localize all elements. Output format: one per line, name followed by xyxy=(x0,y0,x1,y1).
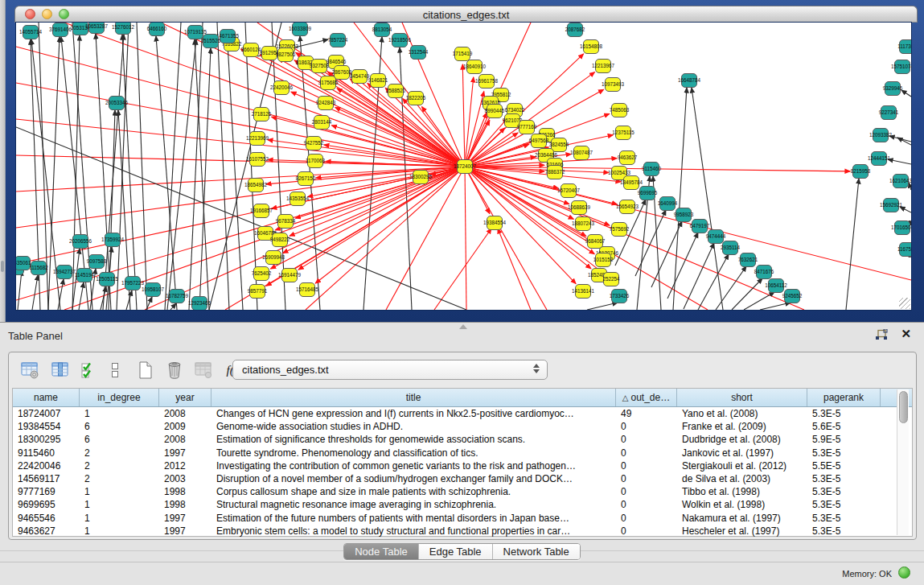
show-column-button[interactable] xyxy=(49,359,72,381)
graph-node[interactable]: 9427552 xyxy=(304,137,324,150)
graph-node[interactable]: 18640910 xyxy=(463,60,487,74)
table-row[interactable]: 1938455462009Genome-wide association stu… xyxy=(13,420,912,433)
graph-node[interactable]: 15654923 xyxy=(616,200,639,214)
graph-node[interactable]: 8454749 xyxy=(350,70,370,84)
graph-node[interactable]: 10973493 xyxy=(602,78,625,92)
graph-node[interactable]: 9678334 xyxy=(276,215,296,229)
graph-node[interactable]: 12923465 xyxy=(188,297,211,311)
graph-node[interactable]: 9245652 xyxy=(782,290,803,303)
graph-node[interactable]: 12093382 xyxy=(869,129,893,142)
select-all-button[interactable] xyxy=(78,359,101,381)
graph-node[interactable]: 20206556 xyxy=(69,235,92,249)
graph-node[interactable]: 1640994 xyxy=(658,197,678,211)
graph-node[interactable]: 9684067 xyxy=(585,235,606,249)
table-row[interactable]: 1830029562008Estimation of significance … xyxy=(13,433,912,446)
scrollbar-thumb[interactable] xyxy=(899,391,908,423)
graph-node[interactable]: 2718126 xyxy=(252,108,272,122)
graph-node[interactable]: 12505115 xyxy=(96,273,118,286)
table-row[interactable]: 946362711997Embryonic stem cells: a mode… xyxy=(13,525,912,538)
graph-node[interactable]: 15716485 xyxy=(296,283,319,297)
table-row[interactable]: 1456911722003Disruption of a novel membe… xyxy=(13,472,912,485)
graph-node[interactable]: 6466160 xyxy=(147,23,167,36)
graph-node[interactable]: 8660124 xyxy=(241,43,261,57)
graph-node[interactable]: 1822205 xyxy=(406,92,426,105)
tab-network-table[interactable]: Network Table xyxy=(493,544,580,559)
graph-node[interactable]: 2087682 xyxy=(565,23,585,37)
network-svg[interactable]: 1872400771638228660124891295415226053982… xyxy=(16,23,911,310)
column-header-year[interactable]: year xyxy=(159,389,211,406)
column-header-in_degree[interactable]: in_degree xyxy=(80,389,159,406)
column-header-out_de[interactable]: △out_de… xyxy=(616,389,677,406)
graph-node[interactable]: 1312544 xyxy=(409,46,429,60)
tab-edge-table[interactable]: Edge Table xyxy=(419,544,493,559)
graph-node[interactable]: 18807243 xyxy=(572,217,595,231)
graph-node[interactable]: 1733426 xyxy=(610,290,630,303)
new-table-button[interactable] xyxy=(134,359,157,381)
tab-node-table[interactable]: Node Table xyxy=(344,544,419,559)
delete-rows-button[interactable] xyxy=(163,359,186,381)
graph-node[interactable]: 9146821 xyxy=(368,74,388,88)
graph-node[interactable]: 1115682 xyxy=(29,262,48,275)
zoom-window-button[interactable] xyxy=(59,9,69,19)
column-header-title[interactable]: title xyxy=(211,389,616,406)
graph-node[interactable]: 9857791 xyxy=(248,285,268,299)
graph-node[interactable]: 19384554 xyxy=(483,216,507,230)
collapsed-side-panel[interactable] xyxy=(0,0,6,322)
graph-node[interactable]: 252254 xyxy=(602,273,620,286)
graph-node[interactable]: 7632621 xyxy=(738,253,758,267)
graph-node[interactable]: 1715419 xyxy=(453,47,473,61)
graph-node[interactable]: 16107552 xyxy=(246,153,269,167)
graph-node[interactable]: 1117304 xyxy=(897,40,911,54)
table-row[interactable]: 969969511998Structural magnetic resonanc… xyxy=(13,498,912,511)
graph-node[interactable]: 9777169 xyxy=(517,121,537,134)
canvas-resize-grip[interactable] xyxy=(899,298,910,309)
graph-node[interactable]: 6497568 xyxy=(529,134,549,148)
table-row[interactable]: 1872400712008Changes of HCN gene express… xyxy=(13,407,912,420)
deselect-rows-button[interactable] xyxy=(104,359,126,381)
splitter-handle[interactable] xyxy=(459,324,467,329)
minimize-window-button[interactable] xyxy=(42,9,52,19)
table-source-dropdown[interactable]: citations_edges.txt xyxy=(232,360,548,380)
graph-node[interactable]: 16648784 xyxy=(678,74,701,88)
graph-node[interactable]: 9115460 xyxy=(642,163,662,176)
graph-node[interactable]: 1145194 xyxy=(75,269,95,282)
graph-node[interactable]: 9699695 xyxy=(638,187,658,200)
graph-node[interactable]: 10688639 xyxy=(568,201,591,215)
graph-node[interactable]: 10654112 xyxy=(765,279,787,293)
graph-node[interactable]: 18654982 xyxy=(244,179,268,192)
network-canvas[interactable]: 1872400771638228660124891295415226053982… xyxy=(16,23,911,310)
close-panel-icon[interactable]: ✕ xyxy=(901,327,911,341)
graph-node[interactable]: 8912954 xyxy=(260,47,280,60)
graph-node[interactable]: 12444151 xyxy=(868,152,891,166)
graph-node[interactable]: 9474444 xyxy=(706,230,726,244)
table-scrollbar[interactable] xyxy=(897,389,909,535)
graph-node[interactable]: 9827506 xyxy=(276,48,296,62)
graph-node[interactable]: 8471676 xyxy=(754,266,774,279)
table-row[interactable]: 2242004622012Investigating the contribut… xyxy=(13,459,912,472)
table-row[interactable]: 946554611997Estimation of the future num… xyxy=(13,512,912,525)
float-panel-icon[interactable] xyxy=(875,329,888,340)
graph-node[interactable]: 7485063 xyxy=(610,104,630,117)
graph-node[interactable]: 2803144 xyxy=(312,116,332,130)
graph-node[interactable]: 17016504 xyxy=(891,221,911,235)
graph-node[interactable]: 2588520 xyxy=(386,84,406,98)
graph-node[interactable]: 7625402 xyxy=(252,267,272,281)
graph-node[interactable]: 6479197 xyxy=(690,220,710,233)
graph-node[interactable]: 15751074 xyxy=(891,60,911,74)
graph-node[interactable]: 8990445 xyxy=(485,105,505,118)
graph-node[interactable]: 9227341 xyxy=(879,106,899,120)
table-row[interactable]: 977716911998Corpus callosum shape and si… xyxy=(13,485,912,498)
graph-node[interactable]: 10958107 xyxy=(142,283,165,297)
panel-expand-handle[interactable] xyxy=(1,261,4,272)
graph-node[interactable]: 15276012 xyxy=(112,23,135,35)
close-window-button[interactable] xyxy=(25,9,35,19)
graph-node[interactable]: 1015152 xyxy=(593,253,614,267)
window-titlebar[interactable]: citations_edges.txt xyxy=(14,6,918,23)
graph-node[interactable]: 14136141 xyxy=(572,285,595,299)
graph-node[interactable]: 15692921 xyxy=(880,199,903,212)
graph-node[interactable]: 16914479 xyxy=(278,269,302,282)
graph-node[interactable]: 10807487 xyxy=(570,146,593,160)
graph-node[interactable]: 9498222 xyxy=(270,233,290,247)
column-header-pagerank[interactable]: pagerank xyxy=(807,389,881,406)
column-header-short[interactable]: short xyxy=(677,389,807,406)
